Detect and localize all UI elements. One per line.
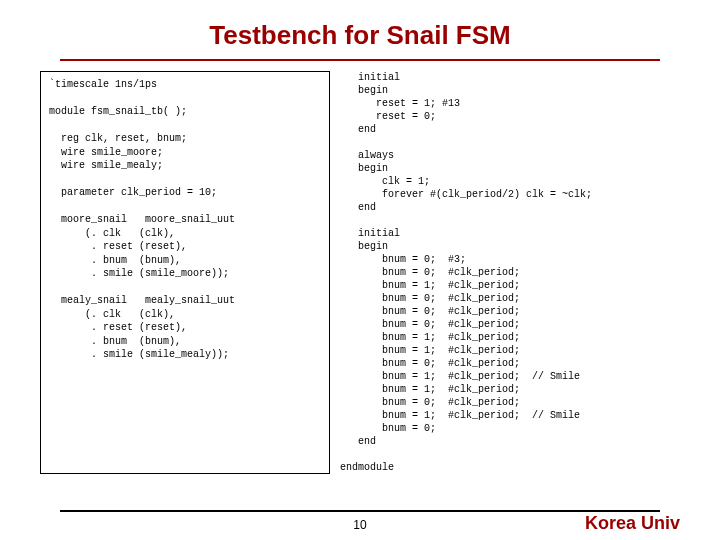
footer-label: Korea Univ [585, 513, 680, 534]
title-divider [60, 59, 660, 61]
page-title: Testbench for Snail FSM [0, 0, 720, 59]
code-block-right: initial begin reset = 1; #13 reset = 0; … [340, 71, 680, 474]
bottom-divider [60, 510, 660, 512]
content-area: `timescale 1ns/1ps module fsm_snail_tb( … [0, 71, 720, 474]
code-block-left: `timescale 1ns/1ps module fsm_snail_tb( … [40, 71, 330, 474]
